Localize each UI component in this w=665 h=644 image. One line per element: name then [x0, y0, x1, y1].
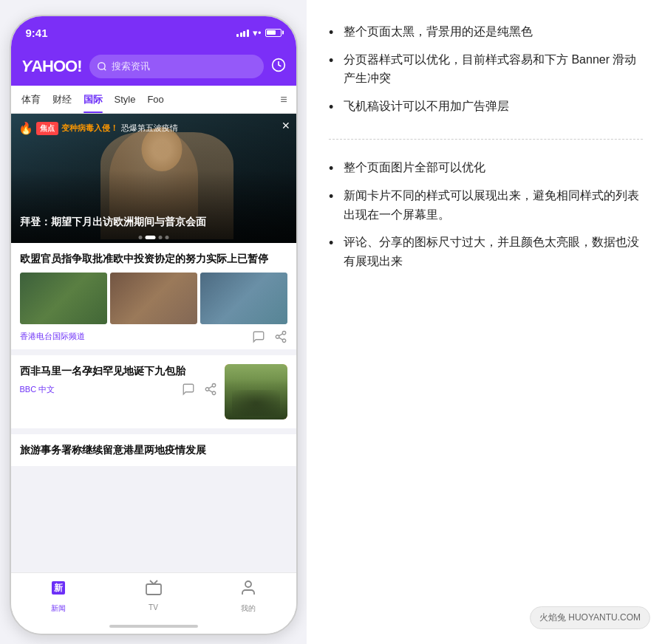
svg-rect-15 [146, 584, 161, 595]
svg-point-5 [282, 339, 286, 343]
feedback-bottom-list: 整个页面图片全部可以优化 新闻卡片不同的样式可以展现出来，避免相同样式的列表出现… [329, 158, 643, 270]
right-panel: 整个页面太黑，背景用的还是纯黑色 分页器样式可以优化，目前样式容易和下方 Ban… [307, 0, 665, 644]
svg-line-6 [279, 338, 282, 340]
svg-text:新: 新 [54, 583, 64, 593]
nav-item-tv[interactable]: TV [106, 579, 201, 612]
feedback-top: 整个页面太黑，背景用的还是纯黑色 分页器样式可以优化，目前样式容易和下方 Ban… [329, 22, 643, 140]
home-indicator [109, 625, 198, 628]
watermark-text: 火焰兔 HUOYANTU.COM [539, 612, 641, 623]
bottom-nav: 新 新闻 TV [11, 572, 296, 634]
svg-point-8 [212, 384, 216, 388]
news-side-image-2 [225, 364, 287, 419]
tv-icon [145, 579, 163, 601]
search-placeholder: 搜索资讯 [112, 60, 150, 73]
hot-badge: 焦点 [36, 122, 58, 135]
news-card-1-images [20, 273, 287, 324]
close-button[interactable]: ✕ [282, 120, 290, 131]
tab-sports[interactable]: 体育 [16, 86, 47, 113]
comment-button-2[interactable] [182, 383, 195, 396]
svg-point-3 [282, 331, 286, 335]
battery-icon [265, 29, 282, 37]
yahoo-logo: YAHOO! [21, 57, 82, 76]
feedback-bottom-item-3: 评论、分享的图标尺寸过大，并且颜色太亮眼，数据也没有展现出来 [329, 233, 643, 270]
search-icon [97, 61, 107, 72]
news-actions-1 [252, 330, 287, 343]
news-card-2-text: 西非马里一名孕妇罕见地诞下九包胎 BBC 中文 [20, 364, 217, 397]
dot-3 [158, 236, 162, 239]
news-card-3-title: 旅游事务署称继续留意港星两地疫情发展 [20, 443, 287, 458]
feedback-bottom-item-1: 整个页面图片全部可以优化 [329, 158, 643, 177]
nav-label-tv: TV [149, 603, 158, 612]
breaking-news-banner: 🔥 焦点 变种病毒入侵！ 恐爆第五波疫情 ✕ 拜登：期望下月出访欧洲期间与普京会… [11, 114, 296, 243]
breaking-title-tag: 变种病毒入侵！ [61, 123, 118, 134]
share-button-2[interactable] [204, 383, 217, 396]
feedback-top-item-1: 整个页面太黑，背景用的还是纯黑色 [329, 22, 643, 41]
tab-foo[interactable]: Foo [141, 86, 169, 113]
news-card-2-footer: BBC 中文 [20, 383, 217, 396]
nav-item-profile[interactable]: 我的 [201, 579, 296, 614]
phone-panel: 9:41 ▾• YAHOO! [0, 0, 307, 644]
news-source-1[interactable]: 香港电台国际频道 [20, 331, 85, 342]
fire-emoji: 🔥 [18, 121, 33, 135]
news-card-2-title: 西非马里一名孕妇罕见地诞下九包胎 [20, 364, 217, 379]
tab-style[interactable]: Style [109, 86, 142, 113]
feedback-bottom-item-2: 新闻卡片不同的样式可以展现出来，避免相同样式的列表出现在一个屏幕里。 [329, 186, 643, 224]
feedback-top-list: 整个页面太黑，背景用的还是纯黑色 分页器样式可以优化，目前样式容易和下方 Ban… [329, 22, 643, 115]
comment-button-1[interactable] [252, 330, 265, 343]
dot-1 [138, 236, 142, 239]
dot-2 [145, 236, 155, 239]
history-icon[interactable] [271, 58, 286, 76]
tab-international[interactable]: 国际 [78, 86, 109, 113]
svg-line-11 [208, 390, 212, 392]
nav-item-news[interactable]: 新 新闻 [11, 579, 106, 614]
profile-icon [239, 579, 257, 601]
banner-dots [138, 236, 168, 239]
svg-point-10 [212, 391, 216, 395]
phone-frame: 9:41 ▾• YAHOO! [10, 15, 298, 635]
status-bar: 9:41 ▾• [11, 16, 296, 49]
battery-fill [267, 30, 276, 35]
wifi-icon: ▾• [253, 27, 262, 38]
tabs-bar: 体育 财经 国际 Style Foo ≡ [11, 86, 296, 114]
feedback-bottom: 整个页面图片全部可以优化 新闻卡片不同的样式可以展现出来，避免相同样式的列表出现… [329, 140, 643, 270]
status-time: 9:41 [26, 27, 48, 39]
tab-finance[interactable]: 财经 [47, 86, 78, 113]
svg-point-0 [98, 63, 104, 69]
svg-point-4 [276, 335, 279, 338]
search-bar[interactable]: 搜索资讯 [89, 55, 264, 78]
dot-4 [165, 236, 168, 239]
news-card-1-footer: 香港电台国际频道 [20, 330, 287, 343]
scroll-content[interactable]: 🔥 焦点 变种病毒入侵！ 恐爆第五波疫情 ✕ 拜登：期望下月出访欧洲期间与普京会… [11, 114, 296, 572]
svg-line-1 [103, 69, 106, 71]
breaking-tag: 🔥 焦点 变种病毒入侵！ 恐爆第五波疫情 [18, 121, 178, 135]
breaking-subtitle: 恐爆第五波疫情 [121, 123, 178, 134]
news-icon: 新 [50, 579, 67, 601]
news-card-1[interactable]: 欧盟官员指争取批准欧中投资协定的努力实际上已暂停 香港电台国际频 [11, 243, 296, 349]
tab-more-icon[interactable]: ≡ [276, 93, 291, 106]
news-card-2[interactable]: 西非马里一名孕妇罕见地诞下九包胎 BBC 中文 [11, 355, 296, 428]
news-card-1-title: 欧盟官员指争取批准欧中投资协定的努力实际上已暂停 [20, 252, 287, 267]
yahoo-header: YAHOO! 搜索资讯 [11, 49, 296, 86]
signal-bars-icon [236, 28, 249, 37]
svg-point-16 [245, 581, 251, 587]
news-card-1-inner: 欧盟官员指争取批准欧中投资协定的努力实际上已暂停 香港电台国际频 [11, 243, 296, 349]
feedback-top-item-3: 飞机稿设计可以不用加广告弹层 [329, 97, 643, 116]
nav-label-profile: 我的 [241, 603, 256, 614]
svg-point-9 [205, 388, 209, 391]
news-img-3 [200, 273, 287, 324]
nav-label-news: 新闻 [51, 603, 66, 614]
watermark: 火焰兔 HUOYANTU.COM [530, 606, 650, 629]
news-card-3[interactable]: 旅游事务署称继续留意港星两地疫情发展 [11, 434, 296, 467]
status-icons: ▾• [236, 27, 281, 38]
svg-line-7 [279, 333, 282, 335]
banner-headline: 拜登：期望下月出访欧洲期间与普京会面 [20, 215, 287, 230]
feedback-top-item-2: 分页器样式可以优化，目前样式容易和下方 Banner 滑动产生冲突 [329, 50, 643, 88]
share-button-1[interactable] [274, 330, 287, 343]
svg-line-12 [208, 386, 212, 388]
news-img-1 [20, 273, 107, 324]
feedback-section: 整个页面太黑，背景用的还是纯黑色 分页器样式可以优化，目前样式容易和下方 Ban… [329, 22, 643, 629]
news-actions-2 [182, 383, 217, 396]
news-img-2 [110, 273, 197, 324]
news-source-2[interactable]: BBC 中文 [20, 384, 55, 395]
